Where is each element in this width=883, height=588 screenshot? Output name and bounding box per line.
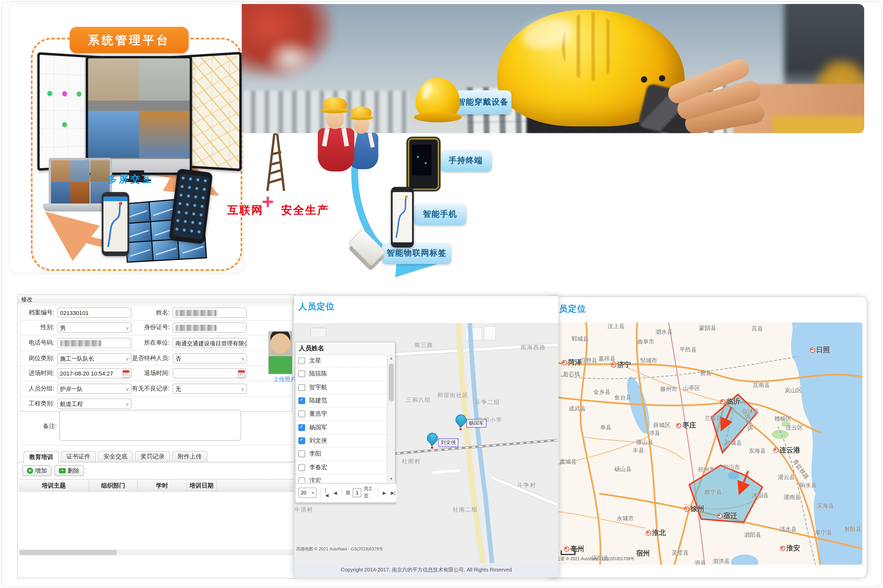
page-number-input[interactable]: 1 [353,488,361,497]
map-label: 社南二组 [453,506,478,514]
personnel-map[interactable]: 南三路南海西路三和八组和谊街社区斗争二组三和小学社南村斗争村牛洪六组牛洪村社南二… [294,323,558,563]
list-item[interactable]: 文星 [295,354,387,368]
field-label: 性别: [21,324,57,332]
map-label: 灌南县 [784,493,801,501]
list-item[interactable]: 陆建范 [295,394,387,408]
person-name: 李春宏 [309,464,327,471]
tab[interactable]: 证书证件 [60,451,96,462]
map-label: 徐州 [684,504,704,514]
list-item[interactable]: 陆琼陈 [295,368,387,381]
partial-background-tab [310,328,326,336]
form-field[interactable]: 男 ∨ [57,323,132,333]
city-marker-icon [717,513,722,519]
chevron-down-icon[interactable]: ∨ [241,338,244,348]
next-page-button[interactable]: ▶ [382,490,388,495]
column-header [216,480,217,491]
list-scrollbar[interactable]: ▲ ▼ [387,354,395,482]
form-field[interactable]: 施工一队队长 ∨ [57,353,132,363]
remark-textarea[interactable] [60,410,241,441]
chevron-down-icon[interactable]: ∨ [241,354,244,363]
list-item[interactable]: 董浩宇 [295,408,387,421]
map-label: 射阳县 [844,525,861,533]
scroll-up-icon[interactable]: ▲ [388,354,395,362]
form-field[interactable]: 南通交通建设项目管理有限公司 ∨ [172,338,247,348]
form-field[interactable]: 护岸一队 ∨ [57,384,132,394]
person-checkbox[interactable] [298,357,306,364]
map-label: 斗争村 [517,482,536,489]
tab[interactable]: 附件上传 [172,451,208,462]
person-checkbox[interactable] [298,437,306,444]
map-label: 单县 [600,424,611,432]
list-item[interactable]: 李春宏 [295,461,387,474]
scrollbar-thumb[interactable] [19,550,116,555]
page-total: 共2页 [364,485,374,500]
personnel-form: 档案编号: 021330101 ∨ 姓名: ∨ [20,305,293,412]
list-item[interactable]: 杨国军 [295,421,387,435]
map-label: 斗争二组 [475,399,500,406]
first-page-button[interactable]: |◀ [324,488,330,498]
pin-ground-dot [459,428,462,430]
person-checkbox[interactable] [298,411,306,417]
column-header: 培训主题 [19,480,89,491]
person-checkbox[interactable] [298,450,306,458]
personnel-edit-window: 修改 档案编号: 021330101 ∨ 姓名: ∨ [17,294,297,579]
smart-helmet-icon [415,78,460,126]
map-label: 菏泽 [562,358,582,368]
person-checkbox[interactable] [298,424,306,431]
map-label: 沭阳县 [752,492,769,500]
delete-button[interactable]: −删除 [54,465,84,476]
form-field[interactable]: 无 ∨ [172,384,247,394]
copyright-footer: Copyright 2014-2017, 南京六的平方信息技术有限公司, All… [294,563,558,577]
safety-label: 安全生产 [281,203,329,218]
city-marker-icon [646,531,651,536]
form-row: 进场时间: 2017-08-20 10:54:27 ∨ 退场时间: ∨ [21,366,292,381]
plus-icon: + [27,468,33,474]
form-field[interactable]: ∨ [172,323,247,333]
add-button[interactable]: +增加 [22,465,51,476]
field-label: 退场时间: [131,366,172,381]
list-item[interactable]: 沈宏 [295,474,387,482]
tab[interactable]: 教育培训 [23,451,59,463]
scrollbar-thumb[interactable] [388,364,394,401]
chevron-down-icon[interactable]: ∨ [125,323,129,333]
map-label: 曲阜市 [637,338,655,346]
last-page-button[interactable]: ▶| [390,490,397,495]
prev-page-button[interactable]: ◀ [333,490,338,495]
person-checkbox[interactable] [298,370,306,378]
list-item[interactable]: 贺宇航 [295,381,387,394]
tab[interactable]: 安全交底 [98,451,133,462]
person-checkbox[interactable] [298,398,306,404]
scroll-down-icon[interactable]: ▼ [388,475,395,482]
form-field[interactable]: 否 ∨ [172,353,247,363]
tab[interactable]: 奖罚记录 [135,451,171,462]
chevron-down-icon[interactable]: ∨ [125,384,129,394]
horizontal-scrollbar[interactable] [19,549,294,555]
form-field[interactable]: 021330101 ∨ [57,308,132,318]
form-field[interactable]: ∨ [57,338,132,348]
person-checkbox[interactable] [298,384,306,391]
chevron-down-icon[interactable]: ∨ [241,384,244,394]
region-map[interactable]: 郓城县 汶上县 泗水县 曲阜市 [552,322,862,565]
training-table-header: 培训主题组织部门学时培训日期 [19,479,294,492]
tracking-phone-icon [102,192,129,256]
chevron-down-icon[interactable]: ∨ [125,354,129,363]
list-item[interactable]: 李阳 [295,448,387,461]
field-value: 2017-08-20 10:54:27 [60,370,113,377]
handheld-terminal-pill: 手持终端 [439,150,492,171]
person-checkbox[interactable] [298,477,306,482]
map-label: 丰县 [633,446,644,454]
map-label: 成武县 [568,405,586,412]
form-field[interactable]: ∨ [172,368,247,379]
person-checkbox[interactable] [298,464,306,471]
smartphone-pill: 智能手机 [414,204,466,225]
calendar-icon[interactable] [238,370,245,378]
form-field[interactable]: 2017-08-20 10:54:27 ∨ [57,368,132,379]
column-header: 学时 [138,480,187,491]
field-label: 电话号码: [21,339,57,347]
list-item[interactable]: 刘文侠 [295,434,387,448]
form-field[interactable]: ∨ [172,308,247,318]
page-size-select[interactable]: 20∨ [298,488,317,498]
upload-photo-link[interactable]: 上传照片 [273,375,296,384]
calendar-icon[interactable] [122,370,130,378]
person-name: 陆建范 [309,397,327,405]
